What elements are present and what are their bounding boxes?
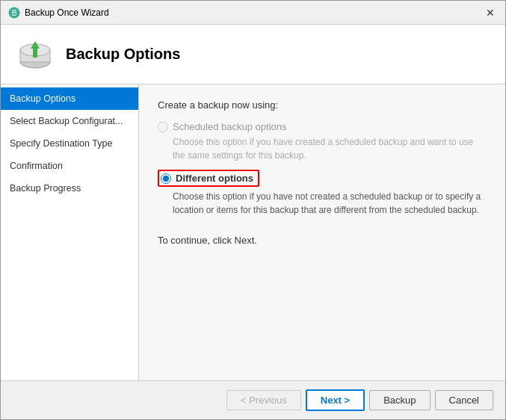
app-icon: B: [8, 7, 20, 19]
backup-button[interactable]: Backup: [369, 390, 430, 410]
svg-text:B: B: [12, 9, 17, 17]
option1-label: Scheduled backup options: [173, 121, 287, 132]
main-window: B Backup Once Wizard ✕ Backup Options Ba…: [0, 0, 506, 420]
sidebar-item-specify-destination[interactable]: Specify Destination Type: [1, 132, 138, 155]
title-bar: B Backup Once Wizard ✕: [1, 1, 505, 25]
option1-description: Choose this option if you have created a…: [173, 135, 487, 162]
option2-label: Different options: [176, 173, 253, 184]
option2-row: Different options Choose this option if …: [158, 170, 487, 217]
content-area: Create a backup now using: Scheduled bac…: [139, 84, 505, 380]
sidebar-item-confirmation[interactable]: Confirmation: [1, 155, 138, 177]
sidebar-item-select-backup-config[interactable]: Select Backup Configurat...: [1, 110, 138, 132]
option2-description: Choose this option if you have not creat…: [173, 190, 487, 217]
cancel-button[interactable]: Cancel: [435, 390, 493, 410]
next-button[interactable]: Next >: [306, 389, 365, 411]
header: Backup Options: [1, 25, 505, 84]
sidebar: Backup Options Select Backup Configurat.…: [1, 84, 139, 380]
option1-radio[interactable]: [158, 122, 168, 132]
sidebar-item-backup-progress[interactable]: Backup Progress: [1, 177, 138, 200]
option2-radio-row: Different options: [158, 170, 487, 187]
create-backup-label: Create a backup now using:: [158, 99, 487, 111]
footer: < Previous Next > Backup Cancel: [1, 380, 505, 419]
continue-text: To continue, click Next.: [158, 235, 487, 246]
selected-option-highlight: Different options: [158, 170, 259, 187]
close-button[interactable]: ✕: [483, 5, 498, 20]
option1-row: Scheduled backup options Choose this opt…: [158, 121, 487, 162]
previous-button[interactable]: < Previous: [226, 390, 301, 410]
main-area: Backup Options Select Backup Configurat.…: [1, 84, 505, 380]
window-title: Backup Once Wizard: [25, 7, 109, 18]
backup-icon: [17, 37, 53, 72]
option2-radio[interactable]: [161, 173, 171, 184]
option1-radio-row: Scheduled backup options: [158, 121, 487, 132]
header-icon-wrap: [16, 35, 55, 74]
sidebar-item-backup-options[interactable]: Backup Options: [1, 87, 138, 110]
page-title: Backup Options: [66, 46, 180, 63]
